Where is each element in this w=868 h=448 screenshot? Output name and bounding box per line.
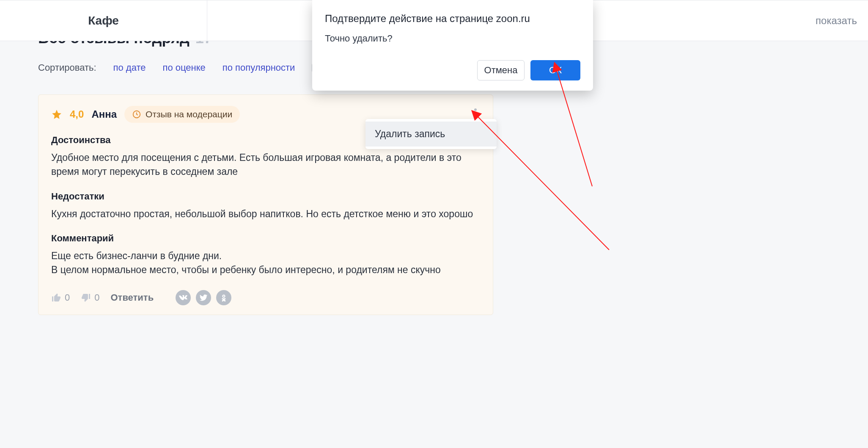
dislike-button[interactable]: 0	[81, 292, 99, 303]
cons-heading: Недостатки	[51, 191, 480, 202]
vk-icon	[179, 293, 187, 302]
thumb-up-icon	[51, 293, 61, 303]
ok-button[interactable]: ОК	[530, 60, 580, 80]
share-vk[interactable]	[176, 290, 191, 305]
cancel-button[interactable]: Отмена	[477, 60, 525, 80]
like-button[interactable]: 0	[51, 292, 70, 303]
review-rating: 4,0	[70, 108, 84, 120]
review-author: Анна	[91, 108, 117, 120]
thumb-down-icon	[81, 293, 91, 303]
cons-text: Кухня достаточно простая, небольшой выбо…	[51, 207, 480, 221]
menu-item-delete[interactable]: Удалить запись	[365, 122, 497, 147]
dialog-buttons: Отмена ОК	[325, 60, 580, 80]
moderation-badge: Отзыв на модерации	[124, 106, 240, 123]
dialog-title: Подтвердите действие на странице zoon.ru	[325, 13, 580, 25]
comment-heading: Комментарий	[51, 233, 480, 244]
context-menu: Удалить запись	[365, 119, 497, 149]
share-twitter[interactable]	[196, 290, 211, 305]
dislike-count: 0	[94, 292, 99, 303]
share-buttons	[176, 290, 231, 305]
comment-text: Еще есть бизнес-ланчи в будние дни. В це…	[51, 249, 480, 277]
ok-icon	[220, 293, 228, 302]
clock-icon	[132, 110, 141, 119]
sort-by-rating[interactable]: по оценке	[162, 62, 205, 73]
twitter-icon	[199, 293, 208, 302]
like-count: 0	[65, 292, 70, 303]
sort-label: Сортировать:	[38, 62, 96, 73]
sort-by-date[interactable]: по дате	[113, 62, 146, 73]
show-button[interactable]: показать	[805, 0, 868, 41]
star-icon	[51, 109, 62, 120]
pros-text: Удобное место для посещения с детьми. Ес…	[51, 151, 480, 179]
tab-category[interactable]: Кафе	[0, 0, 207, 41]
review-actions: 0 0 Ответить	[51, 290, 480, 305]
reply-button[interactable]: Ответить	[111, 292, 154, 303]
share-ok[interactable]	[216, 290, 231, 305]
confirm-dialog: Подтвердите действие на странице zoon.ru…	[312, 0, 593, 91]
moderation-badge-label: Отзыв на модерации	[146, 109, 232, 119]
sort-by-popularity[interactable]: по популярности	[222, 62, 295, 73]
dialog-message: Точно удалить?	[325, 33, 580, 44]
